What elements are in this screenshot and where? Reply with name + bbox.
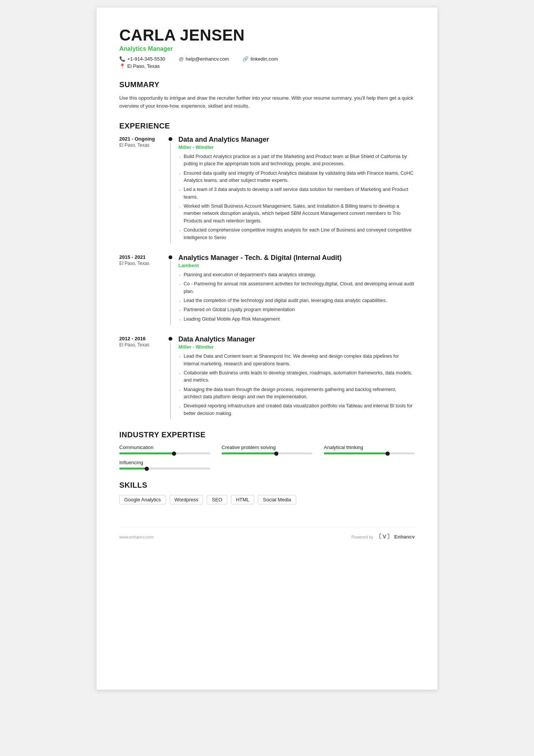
- exp-content-3: Data Analytics Manager Miller - Windler …: [178, 335, 415, 419]
- footer-brand: Powered by 〔∨〕 Enhancv: [351, 533, 415, 541]
- bullet-item: Conducted comprehensive competitive insi…: [178, 227, 415, 241]
- expertise-item-4: Influencing: [119, 460, 210, 470]
- bullet-item: Partnered on Global Loyalty program impl…: [178, 306, 415, 313]
- exp-company-3: Miller - Windler: [178, 344, 415, 350]
- expertise-item-3: Analytical thinking: [324, 445, 415, 454]
- expertise-placeholder-2: [222, 460, 312, 470]
- bullet-item: Leading Global Mobile App Risk Managemen…: [178, 316, 415, 323]
- linkedin-icon: 🔗: [242, 56, 248, 62]
- bullet-item: Ensured data quality and integrity of Pr…: [178, 170, 415, 185]
- skill-tag-3: SEO: [207, 495, 227, 504]
- exp-date-2: 2015 - 2021: [119, 254, 165, 261]
- exp-location-1: El Paso, Texas: [119, 142, 165, 148]
- exp-timeline-3: [169, 335, 172, 419]
- expertise-bar-bg-3: [324, 452, 415, 454]
- bullet-item: Lead the completion of the technology an…: [178, 297, 415, 304]
- exp-location-2: El Paso, Texas: [119, 261, 165, 266]
- enhancv-brand-name: Enhancv: [394, 534, 415, 540]
- exp-line-1: [170, 142, 171, 243]
- exp-dot-2: [169, 255, 172, 259]
- expertise-label-3: Analytical thinking: [324, 445, 415, 450]
- exp-timeline-2: [169, 254, 172, 325]
- resume-page: CARLA JENSEN Analytics Manager 📞 +1-914-…: [97, 8, 437, 690]
- expertise-bar-bg-1: [119, 452, 210, 454]
- exp-role-3: Data Analytics Manager: [178, 335, 415, 343]
- email-icon: @: [179, 56, 184, 62]
- skill-tag-2: Wordpress: [170, 495, 203, 504]
- enhancv-logo: 〔∨〕 Enhancv: [376, 533, 415, 541]
- experience-entry-2: 2015 - 2021 El Paso, Texas Analytics Man…: [119, 254, 415, 325]
- experience-title: EXPERIENCE: [119, 122, 415, 130]
- skill-tag-5: Social Media: [258, 495, 296, 504]
- expertise-bar-fill-1: [119, 452, 176, 454]
- exp-role-2: Analytics Manager - Tech. & Digital (Int…: [178, 254, 415, 262]
- bullet-item: Managing the data team through the desig…: [178, 386, 415, 401]
- phone-icon: 📞: [119, 56, 125, 62]
- bullet-item: Co - Partnering for annual risk assessme…: [178, 280, 415, 295]
- bullet-item: Lead the Data and Content team at Shares…: [178, 353, 415, 368]
- skill-tag-4: HTML: [231, 495, 254, 504]
- exp-timeline-1: [169, 136, 172, 243]
- summary-title: SUMMARY: [119, 80, 415, 89]
- exp-bullets-2: Planning and execution of department's d…: [178, 271, 415, 323]
- powered-by-label: Powered by: [351, 535, 373, 539]
- exp-left-1: 2021 - Ongoing El Paso, Texas: [119, 136, 169, 243]
- skills-list: Google Analytics Wordpress SEO HTML Soci…: [119, 495, 415, 504]
- location-value: El Paso, Texas: [127, 63, 160, 69]
- exp-dot-1: [169, 137, 172, 141]
- candidate-title: Analytics Manager: [119, 45, 415, 52]
- exp-left-3: 2012 - 2016 El Paso, Texas: [119, 335, 169, 419]
- summary-text: Use this opportunity to intrigue and dra…: [119, 94, 415, 110]
- exp-bullets-3: Lead the Data and Content team at Shares…: [178, 353, 415, 417]
- bullet-item: Collaborate with Business units leads to…: [178, 369, 415, 384]
- bullet-item: Planning and execution of department's d…: [178, 271, 415, 279]
- expertise-label-4: Influencing: [119, 460, 210, 465]
- skills-title: SKILLS: [119, 481, 415, 490]
- enhancv-logo-icon: 〔∨〕: [376, 533, 393, 541]
- expertise-bar-bg-4: [119, 468, 210, 470]
- exp-company-2: Lambent: [178, 263, 415, 268]
- bullet-item: Developed reporting infrastructure and c…: [178, 402, 415, 417]
- exp-company-1: Miller - Windler: [178, 144, 415, 150]
- linkedin-contact: 🔗 linkedin.com: [242, 56, 278, 62]
- exp-dot-3: [169, 337, 172, 341]
- exp-date-3: 2012 - 2016: [119, 335, 165, 342]
- footer-website: www.enhancv.com: [119, 535, 154, 539]
- phone-contact: 📞 +1-914-345-5530: [119, 56, 165, 62]
- candidate-name: CARLA JENSEN: [119, 27, 415, 44]
- exp-content-2: Analytics Manager - Tech. & Digital (Int…: [178, 254, 415, 325]
- email-value: help@enhancv.com: [186, 56, 229, 62]
- exp-line-3: [170, 342, 171, 419]
- exp-content-1: Data and Analytics Manager Miller - Wind…: [178, 136, 415, 243]
- expertise-title: INDUSTRY EXPERTISE: [119, 430, 415, 439]
- exp-line-2: [170, 261, 171, 325]
- expertise-bar-bg-2: [222, 452, 312, 454]
- expertise-bar-fill-2: [222, 452, 278, 454]
- expertise-item-1: Communication: [119, 445, 210, 454]
- expertise-label-2: Creative problem solving: [222, 445, 312, 450]
- exp-bullets-1: Build Product Analytics practice as a pa…: [178, 153, 415, 241]
- expertise-label-1: Communication: [119, 445, 210, 450]
- email-contact: @ help@enhancv.com: [179, 56, 229, 62]
- skill-tag-1: Google Analytics: [119, 495, 166, 504]
- expertise-section: INDUSTRY EXPERTISE Communication Creativ…: [119, 430, 415, 470]
- location-row: 📍 El Paso, Texas: [119, 63, 415, 69]
- expertise-row-2: Influencing: [119, 460, 415, 470]
- exp-role-1: Data and Analytics Manager: [178, 136, 415, 144]
- summary-section: SUMMARY Use this opportunity to intrigue…: [119, 80, 415, 110]
- experience-entry-1: 2021 - Ongoing El Paso, Texas Data and A…: [119, 136, 415, 243]
- phone-value: +1-914-345-5530: [127, 56, 165, 62]
- exp-date-1: 2021 - Ongoing: [119, 136, 165, 142]
- location-icon: 📍: [119, 63, 125, 69]
- header: CARLA JENSEN Analytics Manager 📞 +1-914-…: [119, 27, 415, 69]
- expertise-placeholder-3: [324, 460, 415, 470]
- bullet-item: Worked with Small Business Account Manag…: [178, 203, 415, 225]
- bullet-item: Build Product Analytics practice as a pa…: [178, 153, 415, 168]
- experience-section: EXPERIENCE 2021 - Ongoing El Paso, Texas…: [119, 122, 415, 419]
- expertise-bar-fill-4: [119, 468, 148, 470]
- expertise-item-2: Creative problem solving: [222, 445, 312, 454]
- linkedin-value: linkedin.com: [250, 56, 278, 62]
- experience-entry-3: 2012 - 2016 El Paso, Texas Data Analytic…: [119, 335, 415, 419]
- skills-section: SKILLS Google Analytics Wordpress SEO HT…: [119, 481, 415, 504]
- expertise-bar-fill-3: [324, 452, 389, 454]
